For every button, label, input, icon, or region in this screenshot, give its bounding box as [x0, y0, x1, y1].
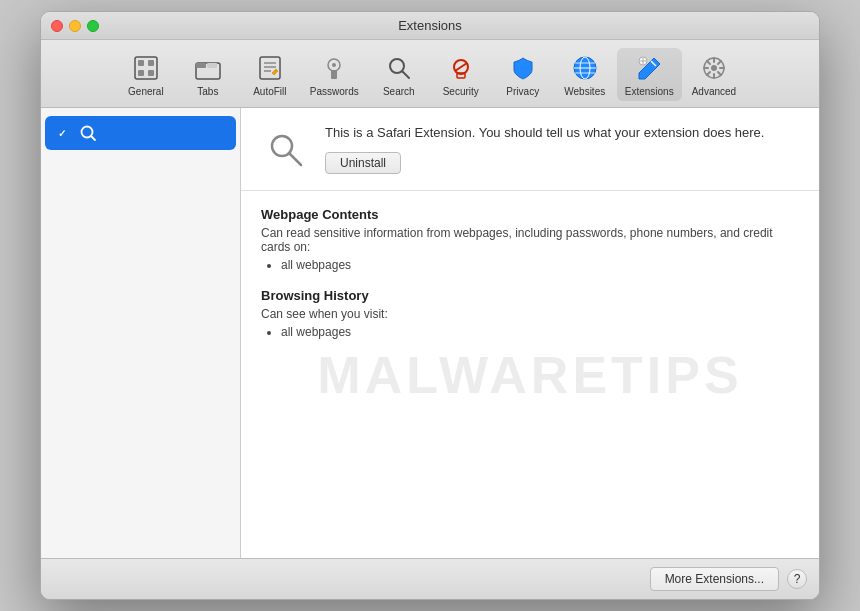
extension-checkbox[interactable]	[55, 126, 69, 140]
search-label: Search	[383, 86, 415, 97]
svg-rect-7	[207, 63, 217, 68]
toolbar-item-websites[interactable]: Websites	[555, 48, 615, 101]
toolbar-item-security[interactable]: Security	[431, 48, 491, 101]
svg-rect-4	[148, 70, 154, 76]
general-label: General	[128, 86, 164, 97]
content-area: This is a Safari Extension. You should t…	[41, 108, 819, 558]
toolbar-item-advanced[interactable]: Advanced	[684, 48, 744, 101]
footer: More Extensions... ?	[41, 558, 819, 599]
toolbar-item-privacy[interactable]: Privacy	[493, 48, 553, 101]
sidebar	[41, 108, 241, 558]
svg-rect-8	[260, 57, 280, 79]
permission-list-item: all webpages	[281, 325, 799, 339]
tabs-icon	[192, 52, 224, 84]
toolbar: General Tabs	[41, 40, 819, 108]
svg-rect-19	[457, 73, 465, 78]
main-panel: This is a Safari Extension. You should t…	[241, 108, 819, 558]
permission-title-webpage: Webpage Contents	[261, 207, 799, 222]
autofill-icon	[254, 52, 286, 84]
privacy-icon	[507, 52, 539, 84]
extensions-icon	[633, 52, 665, 84]
svg-line-39	[289, 153, 301, 165]
traffic-lights	[51, 20, 99, 32]
permission-list-item: all webpages	[281, 258, 799, 272]
sidebar-search-icon	[77, 122, 99, 144]
toolbar-items: General Tabs	[116, 48, 744, 101]
extension-header: This is a Safari Extension. You should t…	[241, 108, 819, 191]
toolbar-item-extensions[interactable]: Extensions	[617, 48, 682, 101]
advanced-icon	[698, 52, 730, 84]
general-icon	[130, 52, 162, 84]
svg-rect-13	[331, 70, 337, 79]
permission-desc-history: Can see when you visit:	[261, 307, 799, 321]
toolbar-item-search[interactable]: Search	[369, 48, 429, 101]
toolbar-item-tabs[interactable]: Tabs	[178, 48, 238, 101]
more-extensions-button[interactable]: More Extensions...	[650, 567, 779, 591]
uninstall-button[interactable]: Uninstall	[325, 152, 401, 174]
security-icon	[445, 52, 477, 84]
svg-line-33	[718, 72, 721, 75]
permission-section-history: Browsing History Can see when you visit:…	[261, 288, 799, 339]
permission-desc-webpage: Can read sensitive information from webp…	[261, 226, 799, 254]
extension-info: This is a Safari Extension. You should t…	[325, 124, 799, 174]
privacy-label: Privacy	[506, 86, 539, 97]
svg-rect-1	[138, 60, 144, 66]
svg-line-34	[718, 61, 721, 64]
toolbar-item-general[interactable]: General	[116, 48, 176, 101]
safari-window: Extensions General	[40, 11, 820, 600]
toolbar-item-autofill[interactable]: AutoFill	[240, 48, 300, 101]
titlebar: Extensions	[41, 12, 819, 40]
help-button[interactable]: ?	[787, 569, 807, 589]
svg-line-35	[707, 72, 710, 75]
svg-line-18	[455, 63, 467, 71]
tabs-label: Tabs	[197, 86, 218, 97]
permission-list-webpage: all webpages	[261, 258, 799, 272]
svg-point-27	[711, 65, 717, 71]
permissions-area: MALWARETIPS Webpage Contents Can read se…	[241, 191, 819, 558]
svg-line-37	[91, 136, 95, 140]
svg-rect-2	[148, 60, 154, 66]
svg-point-14	[332, 63, 336, 67]
passwords-label: Passwords	[310, 86, 359, 97]
svg-rect-3	[138, 70, 144, 76]
svg-line-16	[402, 72, 409, 79]
permission-title-history: Browsing History	[261, 288, 799, 303]
watermark: MALWARETIPS	[317, 345, 742, 405]
extension-icon	[261, 125, 309, 173]
toolbar-item-passwords[interactable]: Passwords	[302, 48, 367, 101]
websites-icon	[569, 52, 601, 84]
permission-list-history: all webpages	[261, 325, 799, 339]
search-icon	[383, 52, 415, 84]
websites-label: Websites	[564, 86, 605, 97]
permission-section-webpage: Webpage Contents Can read sensitive info…	[261, 207, 799, 272]
minimize-button[interactable]	[69, 20, 81, 32]
extensions-label: Extensions	[625, 86, 674, 97]
autofill-label: AutoFill	[253, 86, 286, 97]
extension-description: This is a Safari Extension. You should t…	[325, 124, 799, 142]
svg-line-32	[707, 61, 710, 64]
close-button[interactable]	[51, 20, 63, 32]
permissions-content: Webpage Contents Can read sensitive info…	[261, 207, 799, 339]
sidebar-item-search[interactable]	[45, 116, 236, 150]
maximize-button[interactable]	[87, 20, 99, 32]
security-label: Security	[443, 86, 479, 97]
advanced-label: Advanced	[692, 86, 736, 97]
window-title: Extensions	[398, 18, 462, 33]
passwords-icon	[318, 52, 350, 84]
svg-rect-6	[196, 63, 206, 68]
